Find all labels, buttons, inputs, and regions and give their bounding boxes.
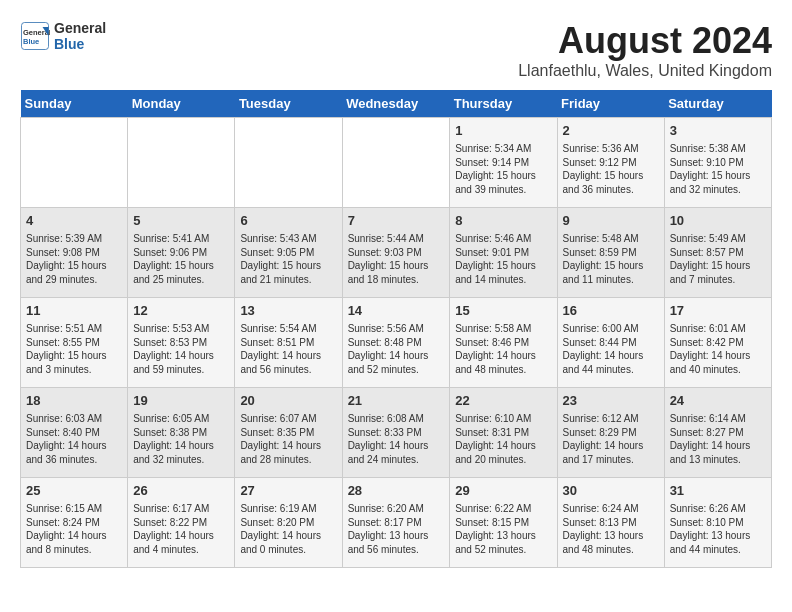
day-number: 9 [563,212,659,230]
calendar-cell: 20Sunrise: 6:07 AM Sunset: 8:35 PM Dayli… [235,388,342,478]
day-number: 7 [348,212,445,230]
day-number: 6 [240,212,336,230]
svg-text:Blue: Blue [23,37,39,46]
day-number: 1 [455,122,551,140]
col-header-friday: Friday [557,90,664,118]
calendar-week-row: 25Sunrise: 6:15 AM Sunset: 8:24 PM Dayli… [21,478,772,568]
calendar-table: SundayMondayTuesdayWednesdayThursdayFrid… [20,90,772,568]
calendar-cell: 16Sunrise: 6:00 AM Sunset: 8:44 PM Dayli… [557,298,664,388]
day-info: Sunrise: 5:54 AM Sunset: 8:51 PM Dayligh… [240,322,336,376]
col-header-monday: Monday [128,90,235,118]
calendar-cell: 1Sunrise: 5:34 AM Sunset: 9:14 PM Daylig… [450,118,557,208]
day-info: Sunrise: 5:44 AM Sunset: 9:03 PM Dayligh… [348,232,445,286]
day-info: Sunrise: 6:01 AM Sunset: 8:42 PM Dayligh… [670,322,766,376]
location-subtitle: Llanfaethlu, Wales, United Kingdom [518,62,772,80]
day-number: 19 [133,392,229,410]
calendar-cell: 31Sunrise: 6:26 AM Sunset: 8:10 PM Dayli… [664,478,771,568]
day-number: 11 [26,302,122,320]
calendar-cell: 22Sunrise: 6:10 AM Sunset: 8:31 PM Dayli… [450,388,557,478]
day-info: Sunrise: 5:36 AM Sunset: 9:12 PM Dayligh… [563,142,659,196]
day-number: 16 [563,302,659,320]
day-number: 20 [240,392,336,410]
day-info: Sunrise: 5:46 AM Sunset: 9:01 PM Dayligh… [455,232,551,286]
calendar-cell: 14Sunrise: 5:56 AM Sunset: 8:48 PM Dayli… [342,298,450,388]
calendar-cell: 4Sunrise: 5:39 AM Sunset: 9:08 PM Daylig… [21,208,128,298]
page-header: General Blue General Blue August 2024 Ll… [20,20,772,80]
day-info: Sunrise: 5:48 AM Sunset: 8:59 PM Dayligh… [563,232,659,286]
month-year-title: August 2024 [518,20,772,62]
day-number: 28 [348,482,445,500]
calendar-cell [21,118,128,208]
col-header-tuesday: Tuesday [235,90,342,118]
day-number: 26 [133,482,229,500]
day-info: Sunrise: 5:34 AM Sunset: 9:14 PM Dayligh… [455,142,551,196]
calendar-cell: 18Sunrise: 6:03 AM Sunset: 8:40 PM Dayli… [21,388,128,478]
day-info: Sunrise: 6:07 AM Sunset: 8:35 PM Dayligh… [240,412,336,466]
day-number: 8 [455,212,551,230]
calendar-cell: 10Sunrise: 5:49 AM Sunset: 8:57 PM Dayli… [664,208,771,298]
logo-blue-text: Blue [54,36,106,52]
day-number: 31 [670,482,766,500]
day-info: Sunrise: 6:05 AM Sunset: 8:38 PM Dayligh… [133,412,229,466]
day-number: 3 [670,122,766,140]
day-number: 17 [670,302,766,320]
col-header-wednesday: Wednesday [342,90,450,118]
day-info: Sunrise: 5:51 AM Sunset: 8:55 PM Dayligh… [26,322,122,376]
calendar-cell: 26Sunrise: 6:17 AM Sunset: 8:22 PM Dayli… [128,478,235,568]
calendar-cell: 6Sunrise: 5:43 AM Sunset: 9:05 PM Daylig… [235,208,342,298]
day-info: Sunrise: 6:14 AM Sunset: 8:27 PM Dayligh… [670,412,766,466]
logo: General Blue General Blue [20,20,106,52]
logo-icon: General Blue [20,21,50,51]
calendar-week-row: 4Sunrise: 5:39 AM Sunset: 9:08 PM Daylig… [21,208,772,298]
calendar-cell: 25Sunrise: 6:15 AM Sunset: 8:24 PM Dayli… [21,478,128,568]
day-number: 5 [133,212,229,230]
calendar-cell: 23Sunrise: 6:12 AM Sunset: 8:29 PM Dayli… [557,388,664,478]
calendar-cell: 12Sunrise: 5:53 AM Sunset: 8:53 PM Dayli… [128,298,235,388]
day-info: Sunrise: 5:56 AM Sunset: 8:48 PM Dayligh… [348,322,445,376]
calendar-cell: 5Sunrise: 5:41 AM Sunset: 9:06 PM Daylig… [128,208,235,298]
day-number: 27 [240,482,336,500]
col-header-sunday: Sunday [21,90,128,118]
calendar-cell: 27Sunrise: 6:19 AM Sunset: 8:20 PM Dayli… [235,478,342,568]
day-number: 12 [133,302,229,320]
calendar-cell: 28Sunrise: 6:20 AM Sunset: 8:17 PM Dayli… [342,478,450,568]
day-info: Sunrise: 6:03 AM Sunset: 8:40 PM Dayligh… [26,412,122,466]
day-number: 30 [563,482,659,500]
calendar-week-row: 1Sunrise: 5:34 AM Sunset: 9:14 PM Daylig… [21,118,772,208]
calendar-cell: 21Sunrise: 6:08 AM Sunset: 8:33 PM Dayli… [342,388,450,478]
day-info: Sunrise: 6:22 AM Sunset: 8:15 PM Dayligh… [455,502,551,556]
calendar-cell [342,118,450,208]
day-number: 21 [348,392,445,410]
logo-general-text: General [54,20,106,36]
calendar-cell: 13Sunrise: 5:54 AM Sunset: 8:51 PM Dayli… [235,298,342,388]
day-number: 24 [670,392,766,410]
calendar-cell: 2Sunrise: 5:36 AM Sunset: 9:12 PM Daylig… [557,118,664,208]
day-info: Sunrise: 5:41 AM Sunset: 9:06 PM Dayligh… [133,232,229,286]
day-info: Sunrise: 5:43 AM Sunset: 9:05 PM Dayligh… [240,232,336,286]
day-info: Sunrise: 6:10 AM Sunset: 8:31 PM Dayligh… [455,412,551,466]
day-info: Sunrise: 5:58 AM Sunset: 8:46 PM Dayligh… [455,322,551,376]
col-header-thursday: Thursday [450,90,557,118]
calendar-cell: 19Sunrise: 6:05 AM Sunset: 8:38 PM Dayli… [128,388,235,478]
col-header-saturday: Saturday [664,90,771,118]
calendar-cell: 8Sunrise: 5:46 AM Sunset: 9:01 PM Daylig… [450,208,557,298]
calendar-cell [128,118,235,208]
day-info: Sunrise: 6:24 AM Sunset: 8:13 PM Dayligh… [563,502,659,556]
day-number: 13 [240,302,336,320]
calendar-cell: 29Sunrise: 6:22 AM Sunset: 8:15 PM Dayli… [450,478,557,568]
day-info: Sunrise: 5:53 AM Sunset: 8:53 PM Dayligh… [133,322,229,376]
day-info: Sunrise: 6:26 AM Sunset: 8:10 PM Dayligh… [670,502,766,556]
day-info: Sunrise: 6:15 AM Sunset: 8:24 PM Dayligh… [26,502,122,556]
day-number: 22 [455,392,551,410]
day-number: 2 [563,122,659,140]
day-info: Sunrise: 5:49 AM Sunset: 8:57 PM Dayligh… [670,232,766,286]
day-number: 15 [455,302,551,320]
day-number: 4 [26,212,122,230]
day-info: Sunrise: 6:08 AM Sunset: 8:33 PM Dayligh… [348,412,445,466]
calendar-cell: 9Sunrise: 5:48 AM Sunset: 8:59 PM Daylig… [557,208,664,298]
day-info: Sunrise: 5:38 AM Sunset: 9:10 PM Dayligh… [670,142,766,196]
day-number: 25 [26,482,122,500]
day-number: 23 [563,392,659,410]
title-block: August 2024 Llanfaethlu, Wales, United K… [518,20,772,80]
calendar-cell: 15Sunrise: 5:58 AM Sunset: 8:46 PM Dayli… [450,298,557,388]
